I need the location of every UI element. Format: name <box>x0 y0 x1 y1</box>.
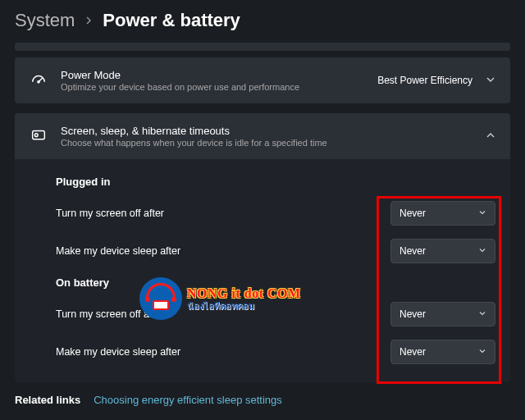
page-title: Power & battery <box>103 10 240 31</box>
timeouts-desc: Choose what happens when your device is … <box>61 138 472 148</box>
power-mode-desc: Optimize your device based on power use … <box>61 82 364 92</box>
timeouts-expanded: Plugged in Turn my screen off after Neve… <box>15 159 510 382</box>
battery-sleep-dropdown[interactable]: Never <box>390 340 495 364</box>
plugged-screen-off-row: Turn my screen off after Never <box>30 194 495 232</box>
battery-screen-off-row: Turn my screen off after Never <box>30 295 495 333</box>
plugged-screen-off-dropdown[interactable]: Never <box>390 201 495 226</box>
dropdown-value: Never <box>399 208 426 219</box>
timeouts-title: Screen, sleep, & hibernate timeouts <box>61 125 472 137</box>
related-links-label: Related links <box>15 394 80 406</box>
plugged-sleep-row: Make my device sleep after Never <box>30 232 495 270</box>
related-links: Related links Choosing energy efficient … <box>0 382 525 406</box>
power-mode-title: Power Mode <box>61 69 364 81</box>
on-battery-label: On battery <box>30 270 495 295</box>
dropdown-value: Never <box>399 308 426 320</box>
collapsed-card[interactable] <box>15 43 510 51</box>
chevron-down-icon <box>478 208 486 218</box>
chevron-up-icon <box>486 129 495 144</box>
timeout-icon <box>30 127 48 145</box>
power-mode-value: Best Power Efficiency <box>377 75 472 86</box>
svg-point-1 <box>38 81 39 83</box>
dropdown-value: Never <box>399 245 426 257</box>
setting-label: Make my device sleep after <box>56 245 390 257</box>
dropdown-value: Never <box>399 346 426 358</box>
chevron-down-icon <box>486 73 495 88</box>
gauge-icon <box>30 71 48 89</box>
chevron-down-icon <box>478 246 486 256</box>
battery-screen-off-dropdown[interactable]: Never <box>390 302 495 326</box>
setting-label: Turn my screen off after <box>56 208 390 219</box>
chevron-right-icon <box>84 14 93 27</box>
power-mode-card[interactable]: Power Mode Optimize your device based on… <box>15 57 510 103</box>
chevron-down-icon <box>478 309 486 319</box>
related-link-sleep[interactable]: Choosing energy efficient sleep settings <box>94 394 282 406</box>
setting-label: Make my device sleep after <box>56 346 390 358</box>
timeouts-card-header[interactable]: Screen, sleep, & hibernate timeouts Choo… <box>15 113 510 159</box>
plugged-sleep-dropdown[interactable]: Never <box>390 239 495 263</box>
breadcrumb-parent[interactable]: System <box>15 10 75 31</box>
breadcrumb: System Power & battery <box>0 0 525 43</box>
svg-point-3 <box>34 134 38 137</box>
setting-label: Turn my screen off after <box>56 308 390 320</box>
battery-sleep-row: Make my device sleep after Never <box>30 333 495 371</box>
chevron-down-icon <box>478 347 486 357</box>
plugged-in-label: Plugged in <box>30 169 495 194</box>
